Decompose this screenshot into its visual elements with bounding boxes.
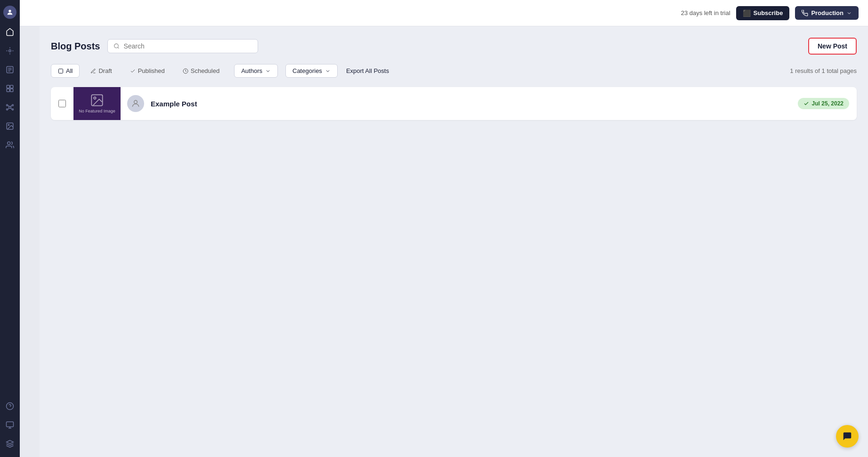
categories-chevron-icon: [325, 68, 331, 74]
chat-icon: [842, 431, 852, 441]
topbar: 23 days left in trial ⬛ Subscribe Produc…: [20, 0, 868, 26]
post-author-avatar: [127, 95, 144, 112]
svg-point-18: [8, 142, 10, 144]
svg-point-0: [8, 10, 11, 12]
production-button[interactable]: Production: [795, 6, 859, 20]
svg-line-14: [8, 108, 9, 110]
svg-rect-3: [7, 85, 9, 88]
svg-rect-6: [10, 89, 13, 92]
svg-rect-23: [59, 69, 63, 73]
sidebar-item-home[interactable]: [2, 24, 17, 40]
sidebar-item-grid[interactable]: [2, 81, 17, 96]
scheduled-icon: [183, 68, 188, 74]
thumbnail-label: No Featured Image: [79, 109, 115, 114]
svg-point-21: [114, 44, 119, 48]
filter-tab-published[interactable]: Published: [123, 64, 172, 78]
header-left: Blog Posts: [51, 39, 258, 53]
svg-rect-20: [7, 422, 14, 427]
post-thumbnail: No Featured Image: [73, 87, 121, 120]
production-icon: [802, 10, 808, 16]
sidebar-item-brand[interactable]: [2, 43, 17, 58]
subscribe-button[interactable]: ⬛ Subscribe: [736, 6, 790, 20]
post-card[interactable]: No Featured Image Example Post Jul 25, 2…: [51, 87, 857, 120]
svg-point-1: [9, 50, 11, 52]
svg-point-17: [8, 124, 9, 125]
sidebar: [0, 0, 20, 457]
filter-tab-draft[interactable]: Draft: [83, 64, 119, 78]
authors-dropdown[interactable]: Authors: [234, 64, 278, 78]
filter-tab-scheduled[interactable]: Scheduled: [176, 64, 227, 78]
chevron-down-icon: [846, 10, 852, 16]
svg-rect-4: [10, 85, 13, 88]
filter-bar: All Draft Published Scheduled Authors Ca…: [51, 64, 857, 78]
categories-dropdown[interactable]: Categories: [285, 64, 338, 78]
sidebar-item-integrations[interactable]: [2, 100, 17, 115]
chat-widget[interactable]: [836, 425, 859, 448]
svg-point-8: [7, 104, 8, 106]
new-post-button[interactable]: New Post: [808, 38, 857, 55]
sidebar-item-help[interactable]: [2, 399, 17, 414]
sidebar-avatar[interactable]: [3, 6, 16, 19]
published-check-icon: [803, 101, 809, 106]
svg-point-9: [12, 104, 14, 106]
svg-point-10: [7, 109, 8, 110]
sidebar-item-media[interactable]: [2, 119, 17, 134]
sidebar-item-content[interactable]: [2, 62, 17, 77]
export-button[interactable]: Export All Posts: [341, 64, 394, 77]
sidebar-item-layers[interactable]: [2, 436, 17, 451]
post-title[interactable]: Example Post: [151, 100, 798, 108]
all-icon: [58, 68, 64, 74]
filter-tab-all[interactable]: All: [51, 64, 80, 78]
no-image-icon: [90, 94, 104, 107]
main-content: Blog Posts New Post All Draft Published …: [40, 26, 868, 457]
svg-rect-5: [7, 89, 9, 92]
sidebar-item-users[interactable]: [2, 137, 17, 152]
header-row: Blog Posts New Post: [51, 38, 857, 55]
trial-text: 23 days left in trial: [681, 9, 730, 16]
svg-point-26: [134, 100, 138, 104]
draft-icon: [90, 68, 96, 74]
search-input[interactable]: [123, 42, 252, 50]
svg-line-15: [11, 108, 12, 110]
sidebar-item-settings[interactable]: [2, 417, 17, 433]
post-checkbox-area[interactable]: [51, 100, 73, 107]
page-title: Blog Posts: [51, 41, 100, 52]
svg-line-13: [11, 105, 12, 107]
post-select-checkbox[interactable]: [58, 100, 66, 107]
authors-chevron-icon: [265, 68, 271, 74]
svg-line-12: [8, 105, 9, 107]
results-text: 1 results of 1 total pages: [790, 67, 857, 74]
published-icon: [130, 68, 136, 74]
search-box[interactable]: [107, 39, 258, 53]
svg-point-11: [12, 109, 14, 110]
svg-line-22: [118, 48, 119, 48]
subscribe-icon: ⬛: [743, 9, 751, 17]
post-status-badge: Jul 25, 2022: [798, 98, 849, 109]
search-icon: [114, 43, 120, 49]
